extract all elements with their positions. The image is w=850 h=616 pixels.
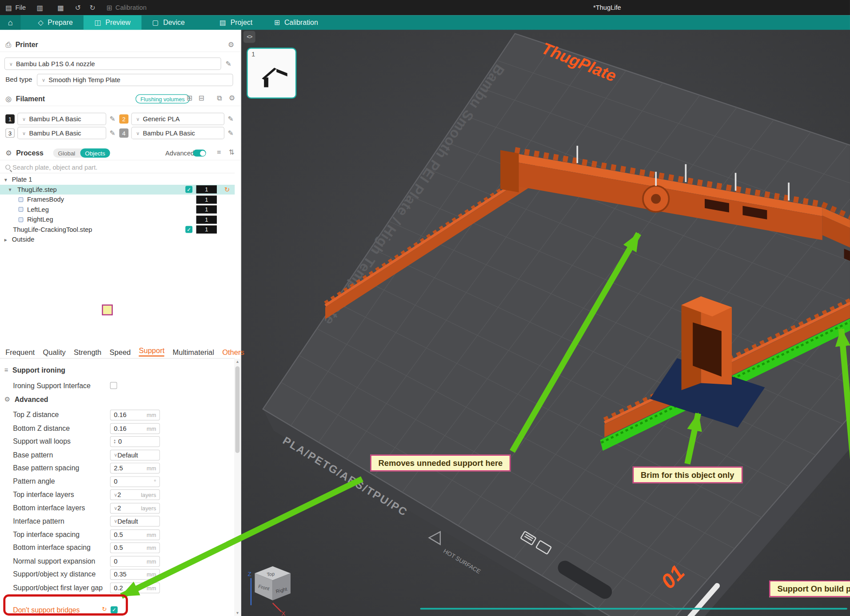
tab-device[interactable]: ▢Device	[141, 15, 196, 30]
tab-multimaterial[interactable]: Multimaterial	[173, 348, 214, 356]
process-list-icon[interactable]: ≡	[217, 148, 221, 156]
process-sync-icon[interactable]: ⇅	[229, 148, 235, 156]
tree-row-plate[interactable]: ▾ Plate 1	[0, 175, 235, 185]
tree-row-framesbody[interactable]: FramesBody 1	[0, 195, 235, 205]
spin-down-icon[interactable]: ▾	[114, 441, 116, 444]
file-menu[interactable]: ▤ File	[5, 4, 26, 12]
z-axis-label: Z	[248, 571, 251, 577]
bed-type-select[interactable]: ∨ Smooth High Temp Plate	[37, 74, 233, 86]
filament-2-badge[interactable]: 2	[119, 114, 128, 123]
document-icon[interactable]: ▥	[37, 4, 44, 12]
flushing-volumes-button[interactable]: Flushing volumes	[136, 94, 190, 103]
undo-icon[interactable]: ↺	[75, 4, 81, 12]
scrollbar[interactable]: ▲ ▼	[234, 359, 241, 616]
ironing-interface-checkbox[interactable]	[110, 382, 117, 389]
viewport-3d[interactable]: Bambu Smooth PEI Plate / High Temp Plate…	[241, 30, 850, 616]
tab-speed[interactable]: Speed	[110, 348, 131, 356]
tree-row-rightleg[interactable]: RightLeg 1	[0, 215, 235, 225]
printer-select[interactable]: ∨ Bambu Lab P1S 0.4 nozzle	[4, 57, 221, 70]
annotation-note-support: Removes unneded support here	[370, 455, 511, 472]
caret-down-icon: ∨	[114, 505, 117, 511]
search-input[interactable]	[12, 163, 208, 171]
tree-row-outside[interactable]: ▸ Outside	[0, 234, 235, 245]
tab-strength[interactable]: Strength	[74, 348, 101, 356]
collapse-sidebar-button[interactable]: <>	[243, 31, 255, 43]
tab-quality[interactable]: Quality	[43, 348, 65, 356]
scroll-up-icon[interactable]: ▲	[234, 360, 241, 364]
printer-settings-icon[interactable]: ⚙	[228, 41, 234, 49]
filament-4-badge[interactable]: 4	[119, 128, 128, 138]
tab-frequent[interactable]: Frequent	[5, 348, 35, 356]
param-select[interactable]: ∨Default	[110, 516, 160, 526]
param-select[interactable]: ∨2layers	[110, 503, 160, 513]
filament-1-edit-icon[interactable]: ✎	[109, 115, 115, 123]
param-row: Top interface spacing 0.5mm	[0, 528, 227, 541]
filament-1-select[interactable]: ∨ Bambu PLA Basic	[17, 113, 106, 125]
param-input[interactable]: 0.16mm	[110, 423, 160, 433]
object-count-badge: 1	[196, 206, 217, 214]
remove-filament-icon[interactable]: ⊟	[199, 94, 204, 102]
print-checkbox[interactable]: ✓	[185, 186, 192, 193]
tab-preview[interactable]: ◫Preview	[84, 15, 141, 30]
tab-prepare[interactable]: ◇Prepare	[27, 15, 84, 30]
print-checkbox[interactable]: ✓	[185, 226, 192, 233]
param-input[interactable]: 0.5mm	[110, 542, 160, 553]
filament-3-badge[interactable]: 3	[5, 128, 15, 138]
tab-calibration[interactable]: ⊞Calibration	[263, 15, 329, 30]
param-select[interactable]: ∨Default	[110, 449, 160, 460]
tree-closed-icon[interactable]: ▸	[4, 237, 7, 242]
preview-slider[interactable]	[420, 608, 847, 610]
tab-project[interactable]: ▤Project	[209, 15, 263, 30]
param-input[interactable]: 0mm	[110, 556, 160, 566]
calibration-tab-icon: ⊞	[274, 18, 280, 26]
project-title: *ThugLife	[564, 4, 650, 12]
filament-1-badge[interactable]: 1	[5, 114, 15, 123]
add-filament-icon[interactable]: ⊞	[187, 94, 192, 102]
advanced-toggle[interactable]	[193, 150, 206, 157]
save-icon[interactable]: ▦	[57, 4, 64, 12]
redo-icon[interactable]: ↻	[89, 4, 95, 12]
param-input[interactable]: 0.2mm	[110, 582, 160, 593]
tab-others[interactable]: Others	[222, 348, 244, 356]
collapse-icon: <>	[247, 34, 252, 40]
tree-open-icon[interactable]: ▾	[4, 176, 7, 182]
build-plate-scene[interactable]: Bambu Smooth PEI Plate / High Temp Plate…	[241, 30, 850, 616]
param-select[interactable]: ∨2layers	[110, 489, 160, 500]
calibration-quick-label: Calibration	[116, 4, 147, 12]
tree-row-crackingtool[interactable]: ThugLife-CrackingTool.step ✓ 1	[0, 225, 235, 235]
filament-3-edit-icon[interactable]: ✎	[109, 129, 115, 137]
home-icon: ⌂	[8, 18, 13, 27]
filament-4-select[interactable]: ∨ Bambu PLA Basic	[131, 127, 224, 139]
plate-thumbnail[interactable]: 1	[247, 48, 296, 99]
home-button[interactable]: ⌂	[0, 15, 20, 30]
ams-icon[interactable]: ⧉	[217, 94, 222, 103]
part-icon	[18, 217, 23, 222]
scroll-down-icon[interactable]: ▼	[234, 611, 241, 615]
param-input[interactable]: 0°	[110, 476, 160, 487]
filament-icon: ◎	[5, 95, 12, 103]
tab-support[interactable]: Support	[139, 347, 165, 357]
filament-2-select[interactable]: ∨ Generic PLA	[131, 113, 224, 125]
tree-row-thuglife[interactable]: ▾ ThugLife.step ✓ 1 ↻	[0, 184, 235, 195]
scope-global-option[interactable]: Global	[53, 148, 80, 158]
param-input[interactable]: 0.5mm	[110, 529, 160, 540]
tree-row-leftleg[interactable]: LeftLeg 1	[0, 205, 235, 215]
param-input[interactable]: 0.16mm	[110, 409, 160, 420]
scrollbar-thumb[interactable]	[235, 366, 239, 453]
calibration-quick-button[interactable]: ⊞ Calibration	[106, 4, 147, 12]
advanced-toggle-label: Advanced	[165, 150, 194, 157]
filament-3-select[interactable]: ∨ Bambu PLA Basic	[17, 127, 106, 139]
param-input[interactable]: 2.5mm	[110, 463, 160, 473]
param-input[interactable]: 0.35mm	[110, 569, 160, 580]
param-spinner[interactable]: ▴▾ 0	[110, 436, 160, 447]
filament-2-edit-icon[interactable]: ✎	[227, 115, 233, 123]
caret-down-icon: ∨	[136, 130, 140, 135]
scope-objects-option[interactable]: Objects	[80, 148, 110, 158]
param-row: Support/object xy distance 0.35mm	[0, 568, 227, 581]
filament-4-edit-icon[interactable]: ✎	[227, 129, 233, 137]
tree-open-icon[interactable]: ▾	[9, 187, 12, 192]
filament-settings-icon[interactable]: ⚙	[229, 94, 235, 102]
param-row: Top Z distance 0.16mm	[0, 409, 227, 422]
printer-edit-icon[interactable]: ✎	[226, 60, 231, 68]
file-icon: ▤	[5, 4, 12, 12]
